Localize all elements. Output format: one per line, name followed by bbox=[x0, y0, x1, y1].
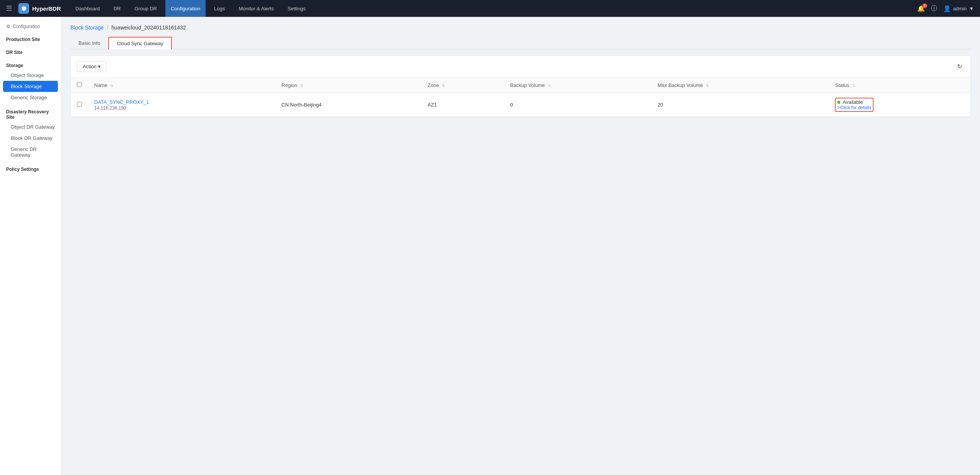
help-icon[interactable]: ⓘ bbox=[931, 5, 937, 13]
sidebar-item-block-storage[interactable]: Block Storage bbox=[3, 81, 58, 92]
main-content: Block Storage / huaweicloud_202401181614… bbox=[61, 17, 980, 475]
proxy-backup-volume: 0 bbox=[510, 102, 513, 108]
sidebar-item-generic-dr-gateway[interactable]: Generic DR Gateway bbox=[0, 144, 61, 161]
logo-icon: ⬢ bbox=[18, 3, 29, 14]
select-all-header[interactable] bbox=[71, 77, 88, 93]
nav-logs[interactable]: Logs bbox=[209, 0, 230, 17]
sort-status-icon[interactable]: ⇅ bbox=[852, 84, 855, 88]
table-body: DATA_SYNC_PROXY_1 14.116.238.190 CN Nort… bbox=[71, 93, 970, 117]
breadcrumb-current: huaweicloud_20240118161432 bbox=[111, 25, 186, 31]
proxy-max-backup-volume: 20 bbox=[658, 102, 663, 108]
tab-basic-info[interactable]: Basic Info bbox=[70, 37, 108, 49]
sidebar-group-production-site[interactable]: Production Site bbox=[0, 33, 61, 44]
col-region: Region ⇅ bbox=[275, 77, 421, 93]
sidebar-group-dr-site[interactable]: DR Site bbox=[0, 46, 61, 57]
notification-badge: 7 bbox=[922, 3, 927, 8]
username: admin bbox=[953, 6, 967, 11]
nav-group-dr[interactable]: Group DR bbox=[129, 0, 162, 17]
sidebar-item-block-dr-gateway[interactable]: Block DR Gateway bbox=[0, 133, 61, 144]
cell-name: DATA_SYNC_PROXY_1 14.116.238.190 bbox=[88, 93, 275, 117]
sidebar-group-disaster-recovery: Disastery Recovery Site bbox=[0, 105, 61, 121]
select-all-checkbox[interactable] bbox=[77, 82, 82, 87]
status-text: Available bbox=[843, 99, 863, 105]
nav-settings[interactable]: Settings bbox=[282, 0, 311, 17]
app-logo: ⬢ HyperBDR bbox=[18, 3, 61, 14]
action-button[interactable]: Action ▾ bbox=[77, 61, 106, 72]
status-dot bbox=[837, 101, 840, 104]
sort-max-backup-icon[interactable]: ⇅ bbox=[706, 84, 709, 88]
cell-zone: AZ1 bbox=[421, 93, 504, 117]
sort-name-icon[interactable]: ⇅ bbox=[110, 84, 113, 88]
breadcrumb-separator: / bbox=[107, 25, 108, 31]
action-label: Action bbox=[83, 64, 96, 69]
row-checkbox[interactable] bbox=[77, 102, 82, 107]
data-table-container: Name ⇅ Region ⇅ Zone ⇅ Backup Volume bbox=[71, 77, 970, 117]
col-max-backup-volume: Max Backup Volume ⇅ bbox=[652, 77, 829, 93]
nav-monitor-alerts[interactable]: Monitor & Alerts bbox=[233, 0, 279, 17]
tab-cloud-sync-gateway[interactable]: Cloud Sync Gateway bbox=[108, 37, 172, 49]
col-backup-volume: Backup Volume ⇅ bbox=[504, 77, 652, 93]
action-dropdown-icon: ▾ bbox=[98, 64, 101, 69]
cell-region: CN North-Beijing4 bbox=[275, 93, 421, 117]
hamburger-menu[interactable]: ☰ bbox=[6, 4, 12, 13]
proxy-ip: 14.116.238.190 bbox=[94, 105, 126, 111]
sidebar-item-object-storage[interactable]: Object Storage bbox=[0, 70, 61, 81]
status-available: Available bbox=[837, 99, 871, 105]
user-dropdown-icon: ▼ bbox=[969, 6, 974, 11]
refresh-button[interactable]: ↻ bbox=[955, 61, 964, 72]
nav-dr[interactable]: DR bbox=[108, 0, 126, 17]
breadcrumb-link[interactable]: Block Storage bbox=[70, 25, 104, 31]
proxy-zone: AZ1 bbox=[428, 102, 437, 108]
status-red-box: Available >Click for details bbox=[835, 98, 873, 112]
col-zone: Zone ⇅ bbox=[421, 77, 504, 93]
row-checkbox-cell[interactable] bbox=[71, 93, 88, 117]
sort-region-icon[interactable]: ⇅ bbox=[300, 84, 303, 88]
table-row: DATA_SYNC_PROXY_1 14.116.238.190 CN Nort… bbox=[71, 93, 970, 117]
col-name: Name ⇅ bbox=[88, 77, 275, 93]
notification-bell[interactable]: 🔔 7 bbox=[917, 5, 925, 12]
sidebar-group-storage: Storage bbox=[0, 59, 61, 70]
cell-max-backup-volume: 20 bbox=[652, 93, 829, 117]
sort-backup-volume-icon[interactable]: ⇅ bbox=[548, 84, 551, 88]
proxy-region: CN North-Beijing4 bbox=[281, 102, 322, 108]
nav-dashboard[interactable]: Dashboard bbox=[70, 0, 105, 17]
gear-icon: ⚙ bbox=[6, 24, 10, 29]
nav-right-section: 🔔 7 ⓘ 👤 admin ▼ bbox=[917, 5, 974, 13]
nav-configuration[interactable]: Configuration bbox=[165, 0, 206, 17]
tab-bar: Basic Info Cloud Sync Gateway bbox=[70, 37, 971, 49]
cell-backup-volume: 0 bbox=[504, 93, 652, 117]
sidebar: ⚙ Configuration Production Site DR Site … bbox=[0, 17, 61, 475]
top-navigation: ☰ ⬢ HyperBDR Dashboard DR Group DR Confi… bbox=[0, 0, 980, 17]
proxy-name-link[interactable]: DATA_SYNC_PROXY_1 bbox=[94, 99, 269, 105]
sidebar-item-object-dr-gateway[interactable]: Object DR Gateway bbox=[0, 121, 61, 133]
col-status: Status ⇅ bbox=[829, 77, 970, 93]
user-menu[interactable]: 👤 admin ▼ bbox=[943, 5, 974, 12]
action-bar: Action ▾ ↻ bbox=[71, 56, 970, 77]
app-name: HyperBDR bbox=[32, 5, 61, 12]
status-details-link[interactable]: >Click for details bbox=[837, 105, 871, 110]
breadcrumb: Block Storage / huaweicloud_202401181614… bbox=[70, 25, 971, 31]
sidebar-config-title: ⚙ Configuration bbox=[0, 20, 61, 31]
cell-status: Available >Click for details bbox=[829, 93, 970, 117]
table-header: Name ⇅ Region ⇅ Zone ⇅ Backup Volume bbox=[71, 77, 970, 93]
sidebar-item-generic-storage[interactable]: Generic Storage bbox=[0, 92, 61, 103]
content-card: Action ▾ ↻ Name ⇅ bbox=[70, 56, 971, 117]
sidebar-group-policy-settings[interactable]: Policy Settings bbox=[0, 163, 61, 174]
data-table: Name ⇅ Region ⇅ Zone ⇅ Backup Volume bbox=[71, 77, 970, 117]
sort-zone-icon[interactable]: ⇅ bbox=[442, 84, 445, 88]
